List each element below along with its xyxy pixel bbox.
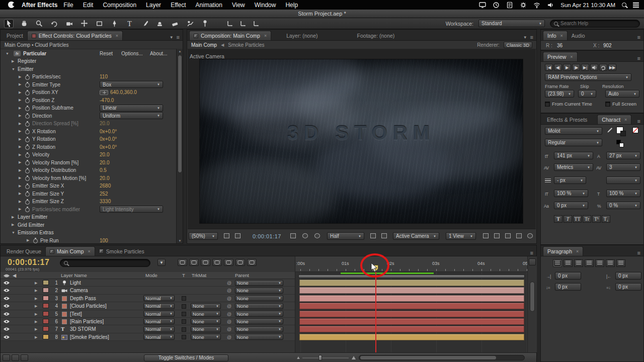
parent-pickwhip-icon[interactable]: @ (227, 288, 231, 293)
param-value[interactable]: 20.0 (100, 152, 109, 157)
disclosure-triangle-icon[interactable]: ▶ (19, 106, 25, 110)
eye-icon[interactable] (3, 312, 10, 316)
indent-left-value[interactable]: 0 px (555, 272, 581, 280)
parent-pickwhip-icon[interactable]: @ (227, 312, 231, 317)
preserve-transparency-toggle[interactable] (182, 296, 186, 301)
stopwatch-icon[interactable] (25, 98, 30, 103)
rotation-tool[interactable] (49, 19, 59, 28)
time-machine-icon[interactable] (493, 2, 500, 9)
skip-dropdown[interactable]: 0▼ (578, 90, 596, 98)
playhead-line[interactable] (375, 272, 376, 352)
tab-main-comp[interactable]: Main Comp× (45, 246, 95, 256)
param-emitter-type[interactable]: ▶Emitter TypeBox▼ (1, 81, 176, 89)
layer-disclosure-icon[interactable]: ▶ (35, 312, 37, 316)
eye-icon[interactable] (3, 335, 10, 339)
snapshot-icon[interactable] (289, 232, 297, 239)
baseline-shift-dropdown[interactable]: 0 px▼ (554, 202, 588, 209)
label-color-chip[interactable] (43, 288, 49, 293)
param-dropdown[interactable]: Light Intensity▼ (100, 206, 163, 213)
space-after-value[interactable]: 0 px (615, 283, 641, 291)
tab-audio[interactable]: Audio (568, 31, 589, 40)
stopwatch-icon[interactable] (25, 121, 30, 126)
stopwatch-icon[interactable] (25, 113, 30, 119)
puppet-pin-tool[interactable] (200, 19, 210, 28)
label-color-chip[interactable] (43, 280, 49, 285)
label-color-chip[interactable] (43, 311, 49, 316)
disclosure-triangle-icon[interactable]: ▶ (19, 122, 25, 126)
eraser-tool[interactable] (170, 19, 180, 28)
eye-icon[interactable] (3, 304, 10, 308)
disclosure-triangle-icon[interactable]: ▶ (19, 114, 25, 118)
disclosure-triangle-icon[interactable]: ▶ (19, 129, 25, 133)
param-x-rotation[interactable]: ▶X Rotation0x+0.0° (1, 128, 176, 136)
layer-row-depth-pass[interactable]: ▶3Depth PassNormal▼@None▼ (1, 295, 295, 302)
unified-camera-tool[interactable] (64, 19, 74, 28)
panel-menu-icon[interactable]: ≡ (637, 55, 640, 61)
layer-name[interactable]: Light (70, 280, 81, 286)
param-dropdown[interactable]: Linear▼ (100, 105, 163, 112)
brush-tool[interactable] (140, 19, 149, 28)
current-timecode[interactable]: 0:00:01:17 (8, 258, 49, 267)
panel-menu-icon[interactable]: ≡ (637, 34, 640, 40)
param-position-z[interactable]: ▶Position Z-470.0 (1, 97, 176, 105)
stopwatch-icon[interactable] (25, 191, 30, 197)
panel-menu-icon[interactable]: ≡ (530, 250, 533, 256)
disclosure-triangle-icon[interactable]: ▶ (19, 75, 25, 79)
param-value[interactable]: 0x+0.0° (100, 129, 117, 134)
pan-behind-tool[interactable] (79, 19, 89, 28)
param-value[interactable]: 640.0,360.0 (110, 89, 137, 95)
eyedropper-icon[interactable] (606, 127, 613, 134)
selection-tool[interactable] (4, 19, 14, 28)
align-left-button[interactable] (553, 259, 562, 267)
justify-last-right-button[interactable] (606, 259, 615, 267)
parent-dropdown[interactable]: None▼ (235, 326, 283, 332)
layer-row-cloud-particles[interactable]: ▶4[Cloud Particles]Normal▼None▼@None▼ (1, 302, 295, 310)
close-tab-icon[interactable]: × (576, 249, 579, 254)
tracking-dropdown[interactable]: 3▼ (606, 163, 640, 171)
parent-dropdown[interactable]: None▼ (235, 280, 283, 286)
timeline-search[interactable] (60, 259, 150, 267)
trkmat-dropdown[interactable]: None▼ (191, 334, 221, 340)
disclosure-triangle-icon[interactable]: ▼ (12, 231, 18, 234)
zoom-out-mountain-icon[interactable] (297, 356, 300, 359)
layer-duration-bar[interactable] (299, 303, 524, 309)
param-velocity-random[interactable]: ▶Velocity Random [%]20.0 (1, 159, 176, 167)
timeline-zoom-thumb[interactable] (318, 355, 322, 360)
preserve-transparency-toggle[interactable] (182, 319, 186, 324)
graph-editor-icon[interactable] (247, 259, 257, 266)
hide-shy-layers-icon[interactable] (189, 259, 199, 266)
menu-view[interactable]: View (232, 2, 245, 9)
param-value[interactable]: 100 (100, 238, 108, 243)
disclosure-triangle-icon[interactable]: ▶ (19, 137, 25, 141)
stopwatch-icon[interactable] (25, 167, 30, 173)
param-direction[interactable]: ▶DirectionUniform▼ (1, 112, 176, 120)
stopwatch-icon[interactable] (33, 238, 38, 243)
layer-name[interactable]: [Rain Particles] (70, 319, 104, 324)
audio-toggle-button[interactable] (590, 64, 598, 71)
stopwatch-icon[interactable] (25, 175, 30, 181)
expand-layer-switches-icon[interactable] (3, 354, 10, 361)
menu-help[interactable]: Help (285, 2, 298, 9)
timeline-button-icon[interactable] (504, 232, 512, 239)
parent-pickwhip-icon[interactable]: @ (227, 304, 231, 309)
trkmat-dropdown[interactable]: None▼ (191, 311, 221, 317)
disclosure-triangle-icon[interactable]: ▶ (19, 145, 25, 149)
checkbox-icon[interactable] (545, 102, 550, 107)
parent-dropdown[interactable]: None▼ (235, 334, 283, 340)
disclosure-triangle-icon[interactable]: ▶ (12, 223, 18, 227)
disclosure-triangle-icon[interactable]: ▶ (12, 215, 18, 219)
menu-animation[interactable]: Animation (196, 2, 222, 9)
param-emitter-size-x[interactable]: ▶Emitter Size X2680 (1, 182, 176, 190)
stopwatch-icon[interactable] (25, 136, 30, 142)
first-frame-button[interactable]: |◀ (545, 64, 553, 71)
all-caps-button[interactable]: TT (573, 215, 582, 223)
param-value[interactable]: 0x+0.0° (100, 144, 117, 150)
blend-mode-dropdown[interactable]: Normal▼ (143, 318, 175, 324)
eye-icon[interactable] (3, 288, 10, 293)
preserve-transparency-toggle[interactable] (182, 335, 186, 339)
param-particles-sec-modifier[interactable]: ▶Particles/sec modifierLight Intensity▼ (1, 206, 176, 214)
toggle-switches-modes-button[interactable]: Toggle Switches / Modes (144, 354, 228, 361)
timeline-search-input[interactable] (70, 260, 146, 266)
expand-inout-panes-icon[interactable] (21, 354, 28, 361)
display-icon[interactable] (479, 2, 486, 9)
